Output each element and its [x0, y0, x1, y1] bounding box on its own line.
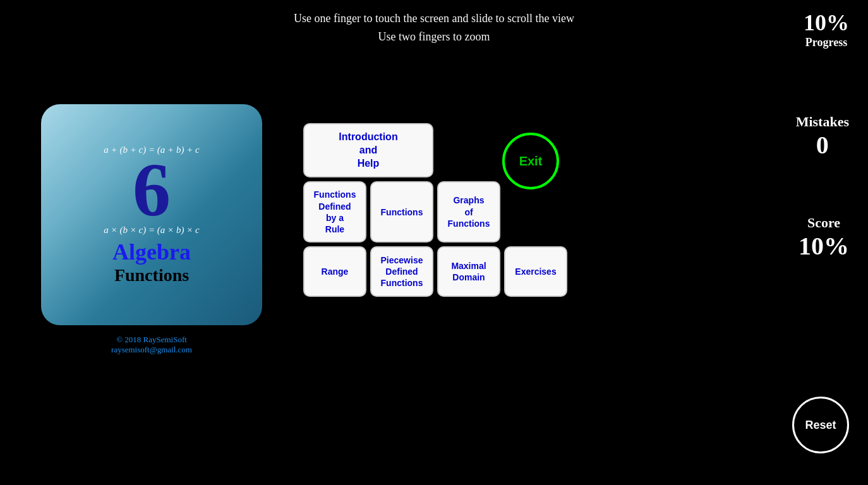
- copyright-block: © 2018 RaySemiSoft raysemisoft@gmail.com: [41, 335, 262, 355]
- mistakes-block: Mistakes 0: [796, 114, 849, 160]
- progress-percent: 10%: [804, 9, 849, 36]
- cover-card: a + (b + c) = (a + b) + c 6 a × (b × c) …: [41, 104, 262, 325]
- nav-btn-exercises[interactable]: Exercises: [504, 246, 567, 297]
- copyright-line2: raysemisoft@gmail.com: [41, 345, 262, 355]
- cover-title-algebra: Algebra: [112, 239, 191, 265]
- copyright-line1: © 2018 RaySemiSoft: [41, 335, 262, 345]
- nav-btn-functions[interactable]: Functions: [370, 181, 433, 242]
- nav-btn-functions-defined-label: Functions Defined by a Rule: [314, 189, 356, 235]
- nav-btn-range[interactable]: Range: [303, 246, 366, 297]
- nav-btn-piecewise-label: Piecewise Defined Functions: [381, 254, 423, 289]
- nav-btn-maximal-domain-label: Maximal Domain: [451, 260, 486, 283]
- cover-math-bottom: a × (b × c) = (a × b) × c: [104, 225, 199, 236]
- instruction-line2: Use two fingers to zoom: [294, 28, 574, 46]
- nav-btn-graphs-functions[interactable]: Graphs of Functions: [437, 181, 500, 242]
- score-value: 10%: [799, 231, 849, 261]
- nav-btn-intro-help[interactable]: Introduction and Help: [303, 123, 433, 177]
- instruction-line1: Use one finger to touch the screen and s…: [294, 9, 574, 28]
- nav-btn-graphs-functions-label: Graphs of Functions: [448, 195, 490, 229]
- mistakes-label: Mistakes: [796, 114, 849, 130]
- menu-area: Introduction and Help Functions Defined …: [303, 123, 567, 297]
- nav-btn-functions-defined[interactable]: Functions Defined by a Rule: [303, 181, 366, 242]
- progress-label: Progress: [804, 36, 849, 49]
- score-label: Score: [799, 215, 849, 231]
- nav-btn-piecewise[interactable]: Piecewise Defined Functions: [370, 246, 433, 297]
- nav-btn-intro-help-label: Introduction and Help: [339, 131, 397, 170]
- progress-block: 10% Progress: [804, 9, 849, 49]
- cover-number: 6: [133, 152, 171, 228]
- nav-btn-exercises-label: Exercises: [515, 266, 556, 277]
- nav-btn-functions-label: Functions: [381, 207, 423, 218]
- score-block: Score 10%: [799, 215, 849, 261]
- instructions-block: Use one finger to touch the screen and s…: [294, 9, 574, 46]
- cover-title-functions: Functions: [114, 265, 189, 285]
- nav-btn-range-label: Range: [322, 266, 349, 277]
- nav-btn-maximal-domain[interactable]: Maximal Domain: [437, 246, 500, 297]
- reset-button[interactable]: Reset: [792, 397, 849, 453]
- mistakes-value: 0: [796, 130, 849, 160]
